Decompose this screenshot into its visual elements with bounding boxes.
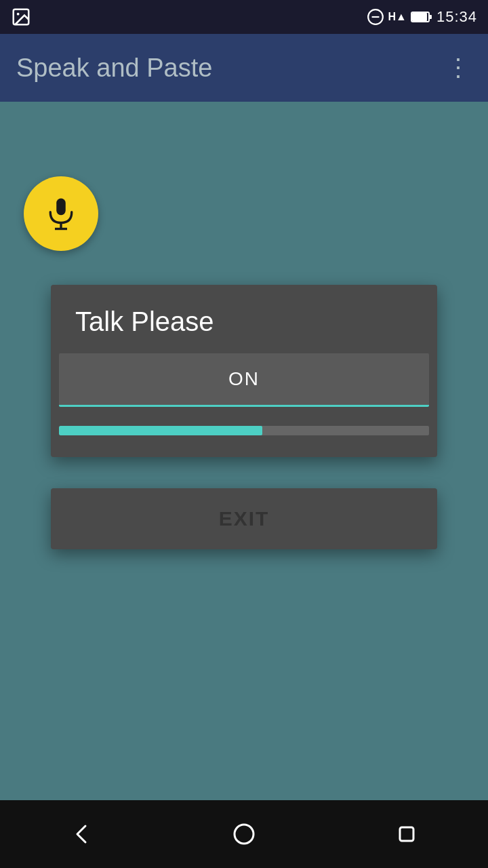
status-bar: H▲ 15:34 (0, 0, 488, 34)
microphone-icon (43, 195, 79, 232)
status-time: 15:34 (436, 8, 477, 26)
nav-back-button[interactable] (61, 814, 102, 854)
back-icon (68, 821, 95, 848)
nav-recents-button[interactable] (386, 814, 427, 854)
svg-point-10 (235, 825, 253, 844)
svg-rect-7 (56, 199, 66, 216)
nav-home-button[interactable] (224, 814, 264, 854)
app-title: Speak and Paste (16, 54, 212, 83)
dnd-icon (367, 8, 384, 26)
signal-icon: H▲ (388, 11, 407, 23)
recents-icon (393, 821, 420, 848)
status-bar-right: H▲ 15:34 (367, 8, 477, 26)
nav-bar (0, 800, 488, 868)
more-options-icon[interactable]: ⋮ (446, 56, 472, 80)
svg-rect-11 (400, 827, 413, 841)
svg-rect-6 (412, 13, 427, 21)
status-bar-left (11, 7, 31, 27)
dialog-title: Talk Please (51, 285, 437, 353)
svg-rect-5 (429, 15, 432, 19)
exit-button[interactable]: EXIT (51, 488, 437, 549)
battery-icon (411, 10, 432, 24)
talk-dialog: Talk Please ON (51, 285, 437, 457)
progress-bar-fill (59, 426, 262, 435)
svg-point-1 (17, 13, 20, 16)
mic-button[interactable] (24, 176, 98, 251)
exit-dialog: EXIT (51, 488, 437, 549)
progress-section (51, 407, 437, 457)
progress-bar-bg (59, 426, 429, 435)
main-content: Talk Please ON EXIT (0, 102, 488, 800)
on-button[interactable]: ON (59, 353, 429, 407)
home-icon (230, 821, 258, 848)
gallery-icon (11, 7, 31, 27)
app-bar: Speak and Paste ⋮ (0, 34, 488, 102)
